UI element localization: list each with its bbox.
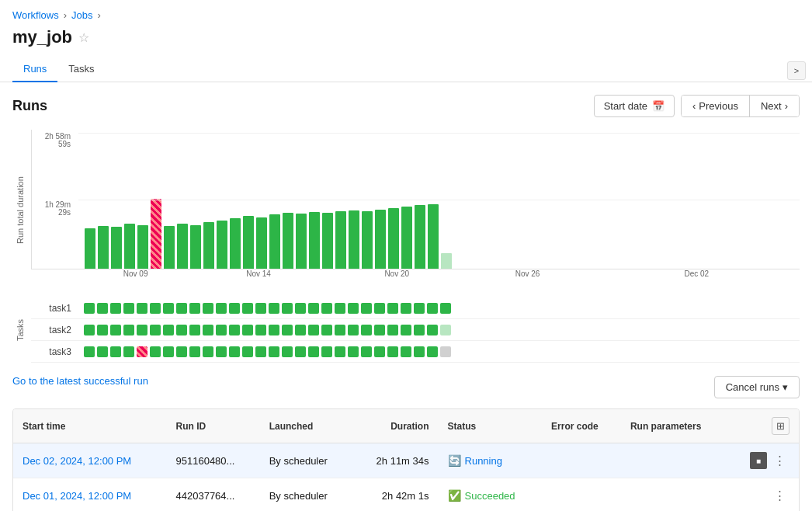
bar-14[interactable] (269, 214, 280, 269)
dot-1-27[interactable] (440, 325, 451, 335)
bar-10[interactable] (217, 221, 227, 269)
bar-11[interactable] (230, 218, 241, 269)
start-time-link-1[interactable]: Dec 01, 2024, 12:00 PM (23, 490, 131, 502)
dot-1-22[interactable] (374, 325, 385, 335)
dot-0-11[interactable] (229, 303, 240, 314)
bar-23[interactable] (388, 208, 399, 269)
breadcrumb-jobs[interactable]: Jobs (71, 9, 92, 21)
dot-1-20[interactable] (348, 325, 359, 335)
dot-1-6[interactable] (163, 325, 174, 335)
row-menu-button-1[interactable]: ⋮ (770, 486, 789, 505)
bar-26[interactable] (428, 204, 439, 269)
bar-12[interactable] (243, 216, 254, 269)
dot-1-12[interactable] (242, 325, 253, 335)
tab-tasks[interactable]: Tasks (57, 57, 105, 82)
dot-1-3[interactable] (123, 325, 134, 335)
dot-2-9[interactable] (203, 346, 213, 357)
dot-1-17[interactable] (308, 325, 319, 335)
dot-0-23[interactable] (387, 303, 398, 314)
dot-1-9[interactable] (203, 325, 213, 335)
dot-1-15[interactable] (282, 325, 293, 335)
dot-2-8[interactable] (189, 346, 200, 357)
previous-button[interactable]: ‹ Previous (682, 96, 750, 116)
dot-0-16[interactable] (295, 303, 306, 314)
dot-0-7[interactable] (176, 303, 187, 314)
dot-0-22[interactable] (374, 303, 385, 314)
dot-1-25[interactable] (414, 325, 425, 335)
bar-25[interactable] (415, 205, 425, 269)
dot-1-1[interactable] (97, 325, 108, 335)
dot-0-1[interactable] (97, 303, 108, 314)
dot-0-3[interactable] (123, 303, 134, 314)
dot-2-15[interactable] (282, 346, 293, 357)
dot-0-25[interactable] (414, 303, 425, 314)
stop-button-0[interactable]: ■ (750, 452, 767, 469)
bar-21[interactable] (362, 211, 373, 269)
dot-1-5[interactable] (150, 325, 161, 335)
column-settings-button[interactable]: ⊞ (772, 417, 789, 435)
dot-1-26[interactable] (427, 325, 438, 335)
dot-0-10[interactable] (216, 303, 227, 314)
dot-0-6[interactable] (163, 303, 174, 314)
dot-1-18[interactable] (321, 325, 332, 335)
star-icon[interactable]: ☆ (78, 30, 89, 45)
dot-2-13[interactable] (255, 346, 266, 357)
dot-1-16[interactable] (295, 325, 306, 335)
bar-0[interactable] (85, 228, 95, 269)
breadcrumb-workflows[interactable]: Workflows (12, 9, 59, 21)
bar-15[interactable] (283, 213, 293, 269)
bar-20[interactable] (349, 210, 359, 269)
dot-2-16[interactable] (295, 346, 306, 357)
bar-17[interactable] (309, 212, 320, 269)
bar-27[interactable] (441, 253, 452, 269)
dot-2-12[interactable] (242, 346, 253, 357)
dot-0-0[interactable] (84, 303, 95, 314)
dot-0-12[interactable] (242, 303, 253, 314)
dot-0-15[interactable] (282, 303, 293, 314)
dot-2-14[interactable] (269, 346, 279, 357)
latest-run-link[interactable]: Go to the latest successful run (12, 375, 148, 387)
dot-2-3[interactable] (123, 346, 134, 357)
bar-24[interactable] (401, 207, 412, 269)
dot-0-9[interactable] (203, 303, 213, 314)
bar-16[interactable] (296, 214, 307, 269)
dot-2-1[interactable] (97, 346, 108, 357)
dot-1-19[interactable] (335, 325, 345, 335)
dot-2-23[interactable] (387, 346, 398, 357)
bar-2[interactable] (111, 227, 122, 269)
bar-22[interactable] (375, 210, 386, 269)
bar-18[interactable] (322, 213, 333, 269)
bar-19[interactable] (335, 211, 346, 269)
dot-1-23[interactable] (387, 325, 398, 335)
dot-2-7[interactable] (176, 346, 187, 357)
dot-0-17[interactable] (308, 303, 319, 314)
collapse-icon[interactable]: > (787, 61, 806, 80)
row-menu-button-0[interactable]: ⋮ (770, 451, 789, 470)
dot-0-18[interactable] (321, 303, 332, 314)
bar-9[interactable] (203, 222, 214, 269)
bar-8[interactable] (190, 225, 201, 269)
dot-2-0[interactable] (84, 346, 95, 357)
dot-0-27[interactable] (440, 303, 451, 314)
dot-2-25[interactable] (414, 346, 425, 357)
dot-2-19[interactable] (335, 346, 345, 357)
dot-1-21[interactable] (361, 325, 372, 335)
dot-2-24[interactable] (401, 346, 411, 357)
dot-0-5[interactable] (150, 303, 161, 314)
dot-2-17[interactable] (308, 346, 319, 357)
dot-1-4[interactable] (137, 325, 147, 335)
dot-2-20[interactable] (348, 346, 359, 357)
dot-2-10[interactable] (216, 346, 227, 357)
dot-1-2[interactable] (110, 325, 121, 335)
dot-0-20[interactable] (348, 303, 359, 314)
dot-0-26[interactable] (427, 303, 438, 314)
dot-0-2[interactable] (110, 303, 121, 314)
dot-2-4[interactable] (137, 346, 147, 357)
dot-2-18[interactable] (321, 346, 332, 357)
bar-1[interactable] (98, 226, 109, 269)
dot-0-21[interactable] (361, 303, 372, 314)
dot-1-10[interactable] (216, 325, 227, 335)
dot-2-5[interactable] (150, 346, 161, 357)
start-time-link-0[interactable]: Dec 02, 2024, 12:00 PM (23, 455, 131, 467)
dot-2-22[interactable] (374, 346, 385, 357)
